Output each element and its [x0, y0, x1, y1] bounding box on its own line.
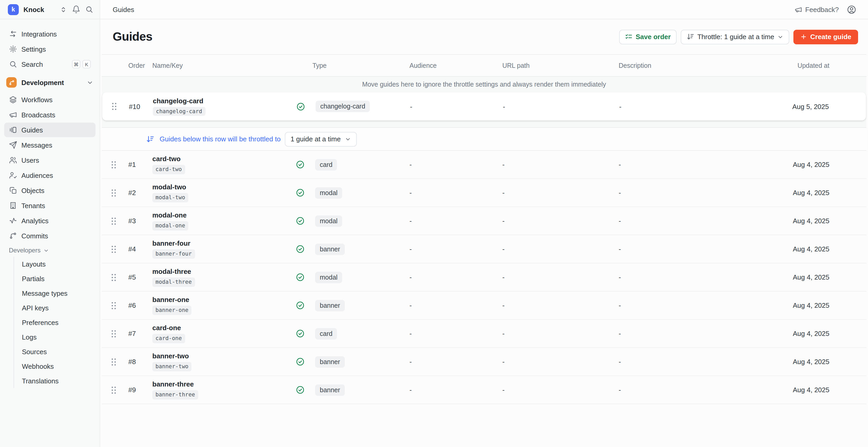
status-check-icon: [296, 273, 305, 282]
create-guide-label: Create guide: [810, 33, 851, 41]
sidebar-item-broadcasts[interactable]: Broadcasts: [4, 107, 95, 122]
search-icon[interactable]: [85, 5, 93, 13]
order-cell: #9: [124, 386, 150, 394]
throttle-divider-label[interactable]: Guides below this row will be throttled …: [160, 135, 281, 143]
column-header-name-key: Name/Key: [150, 62, 296, 69]
description-cell: -: [618, 245, 788, 253]
drag-handle-icon[interactable]: [102, 357, 124, 366]
status-check-icon: [296, 301, 305, 310]
guide-name: banner-one: [152, 296, 189, 304]
sidebar-developer-item[interactable]: Message types: [14, 286, 95, 300]
type-chip: card: [315, 328, 337, 339]
notifications-bell-icon[interactable]: [72, 5, 80, 13]
drag-handle-icon[interactable]: [102, 386, 124, 394]
sidebar-developer-item[interactable]: Logs: [14, 330, 95, 344]
guide-row[interactable]: #6 banner-one banner-one banner: [102, 292, 866, 320]
drag-handle-icon[interactable]: [102, 245, 124, 253]
guide-row[interactable]: #4 banner-four banner-four banner: [102, 235, 866, 263]
main-content: Guides Save order Throttle: 1 guide at a…: [100, 19, 868, 447]
sidebar-item-workflows[interactable]: Workflows: [4, 92, 95, 107]
divider-dropdown-chevron-icon: [345, 136, 351, 142]
sidebar-item-settings[interactable]: Settings: [4, 42, 95, 56]
sidebar-item-audiences[interactable]: Audiences: [4, 168, 95, 183]
sidebar-item-guides[interactable]: Guides: [4, 123, 95, 137]
throttle-dropdown-button[interactable]: Throttle: 1 guide at a time: [681, 29, 789, 44]
sidebar-developer-item[interactable]: Preferences: [14, 315, 95, 330]
type-chip: changelog-card: [316, 101, 370, 112]
url-path-cell: -: [501, 161, 618, 168]
sidebar-developer-item[interactable]: Partials: [14, 271, 95, 286]
sidebar: Integrations Settings Search ⌘ K: [0, 19, 100, 447]
guide-key-chip: modal-one: [152, 221, 188, 230]
sidebar-item-label: Search: [21, 60, 43, 68]
description-cell: -: [618, 358, 788, 365]
broadcasts-megaphone-icon: [9, 110, 17, 119]
drag-handle-icon[interactable]: [102, 301, 124, 310]
guide-key-chip: modal-two: [152, 193, 188, 202]
sidebar-item-integrations[interactable]: Integrations: [4, 27, 95, 41]
throttle-value-dropdown[interactable]: 1 guide at a time: [285, 132, 357, 146]
guides-table: Order Name/Key Type Audience URL path De…: [102, 54, 866, 404]
create-guide-button[interactable]: Create guide: [794, 29, 858, 44]
breadcrumb: Guides: [113, 5, 134, 13]
guide-row[interactable]: #8 banner-two banner-two banner: [102, 348, 866, 376]
guide-key-chip: banner-three: [152, 390, 198, 399]
throttle-divider-row: Guides below this row will be throttled …: [102, 128, 866, 151]
top-bar: k Knock Guides F: [0, 0, 868, 19]
sidebar-item-label: Translations: [22, 377, 59, 385]
guide-row-pinned[interactable]: #10 changelog-card changelog-card change…: [102, 92, 866, 121]
url-path-cell: -: [501, 386, 618, 394]
guide-row[interactable]: #3 modal-one modal-one modal: [102, 207, 866, 235]
pinned-guide-card: #10 changelog-card changelog-card change…: [102, 92, 866, 121]
guide-name: modal-three: [152, 268, 191, 276]
create-plus-icon: [801, 33, 807, 40]
column-header-description: Description: [618, 62, 788, 69]
sidebar-item-commits[interactable]: Commits: [4, 228, 95, 243]
environment-switcher[interactable]: Development: [4, 74, 95, 90]
save-order-checklist-icon: [625, 33, 632, 41]
drag-handle-icon[interactable]: [102, 102, 124, 110]
drag-handle-icon[interactable]: [102, 273, 124, 281]
guide-name: banner-two: [152, 352, 189, 360]
guide-row[interactable]: #9 banner-three banner-three banner: [102, 376, 866, 404]
sidebar-item-label: Tenants: [21, 201, 45, 210]
sidebar-section-developers[interactable]: Developers: [9, 245, 95, 256]
dropzone-hint: Move guides here to ignore the throttle …: [102, 77, 866, 92]
status-check-icon: [296, 329, 305, 338]
guide-row[interactable]: #7 card-one card-one card -: [102, 320, 866, 348]
sidebar-item-users[interactable]: Users: [4, 153, 95, 167]
drag-handle-icon[interactable]: [102, 329, 124, 338]
column-header-audience: Audience: [408, 62, 501, 69]
sidebar-item-search[interactable]: Search ⌘ K: [4, 57, 95, 71]
guide-row[interactable]: #1 card-two card-two card -: [102, 151, 866, 179]
sidebar-developer-item[interactable]: API keys: [14, 300, 95, 315]
description-cell: -: [618, 301, 788, 309]
account-avatar-icon[interactable]: [847, 4, 857, 14]
sidebar-item-analytics[interactable]: Analytics: [4, 213, 95, 228]
sidebar-developer-item[interactable]: Sources: [14, 344, 95, 359]
guide-row[interactable]: #2 modal-two modal-two modal: [102, 179, 866, 207]
workspace-switcher-icon[interactable]: [59, 5, 67, 13]
sidebar-developer-item[interactable]: Webhooks: [14, 359, 95, 374]
sidebar-item-label: Settings: [21, 45, 46, 53]
guide-key-chip: card-two: [152, 165, 185, 174]
feedback-button[interactable]: Feedback?: [794, 5, 839, 13]
drag-handle-icon[interactable]: [102, 189, 124, 197]
sidebar-item-tenants[interactable]: Tenants: [4, 198, 95, 213]
sidebar-item-label: Workflows: [21, 96, 53, 103]
sidebar-item-messages[interactable]: Messages: [4, 138, 95, 152]
drag-handle-icon[interactable]: [102, 160, 124, 169]
sidebar-developer-item[interactable]: Translations: [14, 374, 95, 388]
sidebar-item-objects[interactable]: Objects: [4, 183, 95, 198]
column-header-updated-at: Updated at: [788, 62, 866, 69]
description-cell: -: [618, 386, 788, 394]
guide-row[interactable]: #5 modal-three modal-three modal: [102, 263, 866, 292]
audience-cell: -: [408, 301, 501, 309]
url-path-cell: -: [501, 330, 618, 338]
drag-handle-icon[interactable]: [102, 217, 124, 225]
updated-at-cell: Aug 4, 2025: [788, 245, 866, 253]
save-order-button[interactable]: Save order: [619, 29, 676, 44]
objects-copy-icon: [9, 186, 17, 195]
sidebar-developer-item[interactable]: Layouts: [14, 257, 95, 271]
url-path-cell: -: [501, 245, 618, 253]
